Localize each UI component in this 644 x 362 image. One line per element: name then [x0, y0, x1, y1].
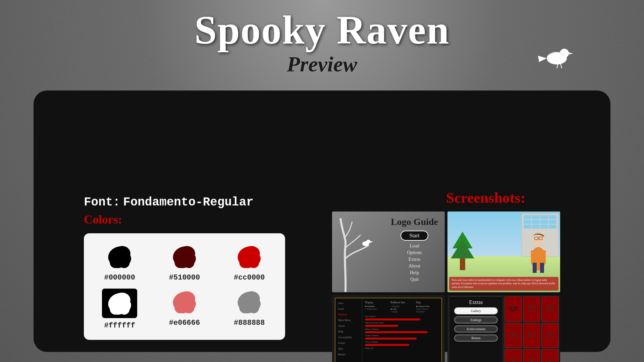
svg-marker-2: [569, 53, 573, 55]
svg-point-11: [249, 257, 259, 268]
ss4-right: [504, 296, 559, 362]
main-panel: Font: Fondamento-Regular Colors: #000000: [34, 90, 610, 352]
svg-point-19: [366, 240, 370, 244]
ss3-item-save[interactable]: Save: [337, 301, 361, 305]
ss4-btn-gallery[interactable]: Gallery: [454, 307, 498, 314]
font-name: Fondamento-Regular: [123, 195, 254, 209]
svg-marker-20: [370, 241, 373, 243]
colors-label: Colors:: [84, 213, 302, 227]
ss3-item-mainmenu[interactable]: Main Menu: [337, 318, 361, 322]
svg-rect-28: [533, 263, 537, 273]
ss3-sidebar: Save Load Options Main Menu About Help A…: [335, 298, 362, 362]
hex-pink: #e06666: [169, 319, 200, 327]
screenshots-grid: Logo Guide Start Load Options Extras Abo…: [332, 212, 560, 362]
colors-grid: #000000 #510000 #cc0000: [84, 233, 285, 340]
hex-darkred: #510000: [169, 274, 200, 282]
ss3-inner: Save Load Options Main Menu About Help A…: [335, 298, 442, 362]
ss1-menu-extras[interactable]: Extras: [409, 257, 421, 262]
ss1-menu-help[interactable]: Help: [410, 270, 419, 276]
ss3-item-about[interactable]: About: [337, 324, 361, 328]
color-item-black: #000000: [91, 243, 149, 282]
screenshot-scene: Duis aute irure dolor in reprehenderit i…: [447, 212, 560, 292]
hex-white: #ffffff: [104, 321, 135, 330]
ss3-autoforward-slider[interactable]: [365, 325, 398, 327]
ss4-btn-endings[interactable]: Endings: [454, 316, 498, 323]
font-label: Font: Fondamento-Regular: [84, 194, 302, 209]
ss3-item-load[interactable]: Load: [337, 307, 361, 311]
ss3-rollback-title: Rollback Info: [390, 301, 413, 304]
ss3-item-quit[interactable]: Quit: [337, 347, 361, 351]
screenshot-main-menu: Logo Guide Start Load Options Extras Abo…: [332, 212, 445, 292]
ss4-left: Extras Gallery Endings Achievements Retu…: [449, 296, 503, 362]
ss4-thumb-7: [504, 349, 522, 362]
ss3-sound-slider[interactable]: [365, 338, 417, 340]
svg-rect-26: [531, 250, 534, 264]
ss4-thumb-1: [504, 296, 522, 322]
raven-svg: [537, 44, 577, 70]
ss1-menu-options[interactable]: Options: [407, 250, 422, 255]
screenshot-options: Save Load Options Main Menu About Help A…: [332, 295, 445, 362]
svg-marker-3: [538, 56, 547, 62]
ss3-display-title: Display: [365, 301, 388, 304]
hex-black: #000000: [104, 274, 135, 282]
font-label-text: Font:: [84, 195, 120, 209]
ss3-textspeed-slider[interactable]: [365, 318, 420, 320]
ss1-title: Logo Guide: [391, 217, 438, 227]
left-section: Font: Fondamento-Regular Colors: #000000: [84, 194, 302, 340]
screenshots-label: Screenshots:: [332, 189, 560, 206]
svg-point-1: [560, 49, 569, 58]
ss3-skip-title: Skip: [416, 301, 439, 304]
color-item-red: #cc0000: [220, 243, 278, 282]
svg-rect-27: [542, 250, 546, 264]
ss3-item-accessibility[interactable]: Accessibility: [337, 335, 361, 340]
ss4-thumb-2: [523, 296, 540, 322]
ss2-textbox: Duis aute irure dolor in reprehenderit i…: [449, 277, 558, 291]
ss3-item-extras[interactable]: Extras: [337, 341, 361, 345]
svg-marker-22: [451, 240, 474, 258]
screenshot-extras: Extras Gallery Endings Achievements Retu…: [447, 295, 560, 362]
ss3-item-return[interactable]: Return: [337, 352, 361, 357]
right-section: Screenshots:: [332, 189, 560, 362]
hex-gray: #888888: [234, 319, 265, 327]
svg-point-13: [119, 304, 129, 315]
color-item-gray: #888888: [220, 289, 278, 330]
svg-point-17: [249, 303, 259, 313]
ss4-btn-achievements[interactable]: Achievements: [454, 325, 498, 333]
ss4-title: Extras: [469, 299, 483, 305]
ss1-menu-quit[interactable]: Quit: [410, 277, 419, 282]
ss1-menu: Start Load Options Extras About Help Qui…: [391, 231, 438, 282]
ss4-thumb-6: [541, 323, 559, 348]
svg-line-5: [560, 64, 562, 68]
ss3-sliders: Text Speed Auto-Forward Time Music Volum…: [365, 315, 439, 350]
ss3-content: Display ● Window ○ Fullscreen Rollback I…: [362, 298, 441, 362]
svg-line-4: [557, 64, 558, 68]
ss1-menu-start[interactable]: Start: [400, 231, 428, 241]
ss4-btn-return[interactable]: Return: [454, 335, 498, 342]
raven-icon: [537, 44, 577, 72]
svg-rect-23: [460, 258, 465, 270]
ss2-textbox-text: Duis aute irure dolor in reprehenderit i…: [452, 279, 555, 289]
hex-red: #cc0000: [234, 274, 265, 282]
svg-point-9: [183, 257, 194, 268]
svg-rect-29: [540, 263, 544, 273]
color-item-darkred: #510000: [155, 243, 213, 282]
ss1-menu-load[interactable]: Load: [410, 243, 419, 249]
ss1-menu-about[interactable]: About: [409, 263, 420, 269]
ss4-thumb-8: [523, 349, 540, 362]
ss4-thumb-4: [504, 323, 522, 348]
ss4-thumb-5: [523, 323, 540, 348]
ss3-voice-slider[interactable]: [365, 344, 409, 346]
svg-point-15: [183, 303, 194, 313]
color-item-pink: #e06666: [155, 289, 213, 330]
ss3-item-help[interactable]: Help: [337, 329, 361, 334]
ss3-item-options[interactable]: Options: [337, 312, 361, 317]
ss4-thumb-9: [541, 349, 559, 362]
ss3-row-headers: Display ● Window ○ Fullscreen Rollback I…: [365, 301, 439, 313]
color-item-white: #ffffff: [91, 289, 149, 330]
ss3-music-slider[interactable]: [365, 331, 428, 333]
ss4-thumb-3: [541, 296, 559, 322]
svg-point-7: [119, 257, 129, 268]
